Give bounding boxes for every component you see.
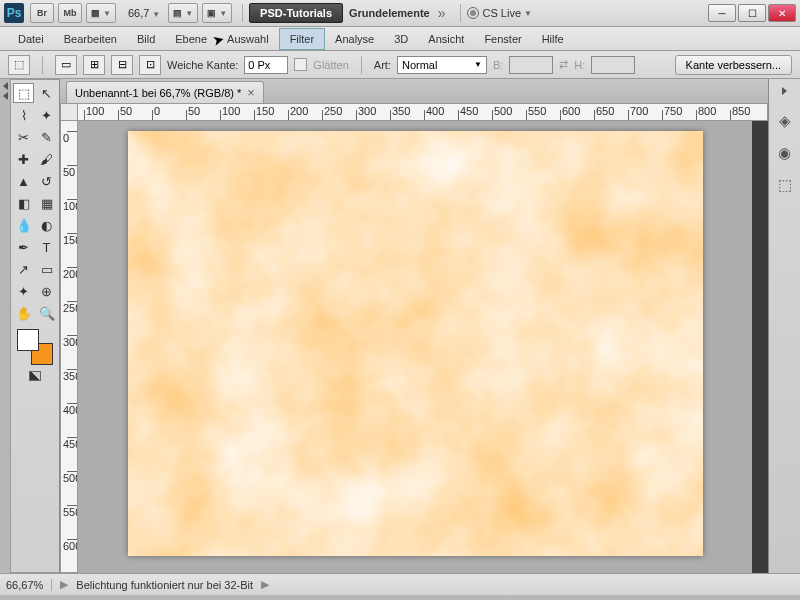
selection-intersect-icon[interactable]: ⊡: [139, 55, 161, 75]
width-input: [509, 56, 553, 74]
close-button[interactable]: ✕: [768, 4, 796, 22]
width-label: B:: [493, 59, 503, 71]
menu-hilfe[interactable]: Hilfe: [532, 29, 574, 49]
document-tab-title: Unbenannt-1 bei 66,7% (RGB/8) *: [75, 87, 241, 99]
document-tab[interactable]: Unbenannt-1 bei 66,7% (RGB/8) * ×: [66, 81, 264, 103]
status-bar: 66,67% ▶ Belichtung funktioniert nur bei…: [0, 573, 800, 595]
menu-filter[interactable]: Filter: [279, 28, 325, 50]
feather-label: Weiche Kante:: [167, 59, 238, 71]
color-swatches[interactable]: [17, 329, 53, 365]
svg-rect-1: [128, 131, 703, 556]
height-input: [591, 56, 635, 74]
menu-3d[interactable]: 3D: [384, 29, 418, 49]
zoom-level-display[interactable]: 66,7▼: [128, 7, 160, 19]
selection-subtract-icon[interactable]: ⊟: [111, 55, 133, 75]
magic-wand-tool-icon[interactable]: ✦: [36, 105, 57, 125]
status-message: Belichtung funktioniert nur bei 32-Bit: [76, 579, 253, 591]
lasso-tool-icon[interactable]: ⌇: [13, 105, 34, 125]
marquee-tool-preset-icon[interactable]: ⬚: [8, 55, 30, 75]
dodge-tool-icon[interactable]: ◐: [36, 215, 57, 235]
pen-tool-icon[interactable]: ✒: [13, 237, 34, 257]
zoom-tool-icon[interactable]: 🔍: [36, 303, 57, 323]
canvas[interactable]: [128, 131, 703, 556]
shape-tool-icon[interactable]: ▭: [36, 259, 57, 279]
left-gutter[interactable]: [0, 79, 10, 573]
status-menu-icon[interactable]: ▶: [60, 578, 68, 591]
feather-input[interactable]: [244, 56, 288, 74]
canvas-viewport[interactable]: [78, 121, 752, 573]
bridge-button[interactable]: Br: [30, 3, 54, 23]
options-bar: ⬚ ▭ ⊞ ⊟ ⊡ Weiche Kante: Glätten Art: Nor…: [0, 51, 800, 79]
main-area: ⬚↖ ⌇✦ ✂✎ ✚🖌 ▲↺ ◧▦ 💧◐ ✒T ↗▭ ✦⊕ ✋🔍 Unbenan…: [0, 79, 800, 573]
psd-tutorials-button[interactable]: PSD-Tutorials: [249, 3, 343, 23]
menu-fenster[interactable]: Fenster: [474, 29, 531, 49]
menu-ebene[interactable]: Ebene: [165, 29, 217, 49]
path-select-tool-icon[interactable]: ↗: [13, 259, 34, 279]
height-label: H:: [574, 59, 585, 71]
horizontal-ruler[interactable]: 1005005010015020025030035040045050055060…: [78, 103, 768, 121]
menu-bild[interactable]: Bild: [127, 29, 165, 49]
brush-tool-icon[interactable]: 🖌: [36, 149, 57, 169]
channels-panel-icon[interactable]: ◉: [775, 143, 795, 163]
menu-bar: Datei Bearbeiten Bild Ebene Auswahl Filt…: [0, 27, 800, 51]
vertical-scrollbar[interactable]: [752, 121, 768, 573]
refine-edge-button[interactable]: Kante verbessern...: [675, 55, 792, 75]
cslive-button[interactable]: CS Live ▼: [467, 7, 532, 19]
maximize-button[interactable]: ☐: [738, 4, 766, 22]
panel-collapse-icon[interactable]: [782, 87, 787, 95]
vertical-ruler[interactable]: 050100150200250300350400450500550600: [60, 121, 78, 573]
history-brush-tool-icon[interactable]: ↺: [36, 171, 57, 191]
menu-auswahl[interactable]: Auswahl: [217, 29, 279, 49]
antialias-checkbox: [294, 58, 307, 71]
document-tab-close-icon[interactable]: ×: [247, 85, 255, 100]
style-select[interactable]: Normal▼: [397, 56, 487, 74]
toolbox: ⬚↖ ⌇✦ ✂✎ ✚🖌 ▲↺ ◧▦ 💧◐ ✒T ↗▭ ✦⊕ ✋🔍: [10, 79, 60, 573]
healing-tool-icon[interactable]: ✚: [13, 149, 34, 169]
workspace-label[interactable]: Grundelemente: [349, 7, 430, 19]
layers-panel-icon[interactable]: ◈: [775, 111, 795, 131]
crop-tool-icon[interactable]: ✂: [13, 127, 34, 147]
ruler-origin[interactable]: [60, 103, 78, 121]
photoshop-logo-icon: Ps: [4, 3, 24, 23]
view-extras-button[interactable]: ▣▼: [202, 3, 232, 23]
paths-panel-icon[interactable]: ⬚: [775, 175, 795, 195]
foreground-color-swatch[interactable]: [17, 329, 39, 351]
move-tool-icon[interactable]: ↖: [36, 83, 57, 103]
eraser-tool-icon[interactable]: ◧: [13, 193, 34, 213]
minimize-button[interactable]: ─: [708, 4, 736, 22]
status-zoom[interactable]: 66,67%: [6, 579, 52, 591]
title-bar: Ps Br Mb ▦▼ 66,7▼ ▤▼ ▣▼ PSD-Tutorials Gr…: [0, 0, 800, 27]
selection-new-icon[interactable]: ▭: [55, 55, 77, 75]
eyedropper-tool-icon[interactable]: ✎: [36, 127, 57, 147]
blur-tool-icon[interactable]: 💧: [13, 215, 34, 235]
document-tab-bar: Unbenannt-1 bei 66,7% (RGB/8) * ×: [60, 79, 768, 103]
menu-ansicht[interactable]: Ansicht: [418, 29, 474, 49]
antialias-label: Glätten: [313, 59, 348, 71]
3d-tool-icon[interactable]: ✦: [13, 281, 34, 301]
screen-mode-button[interactable]: ▦▼: [86, 3, 116, 23]
arrange-docs-button[interactable]: ▤▼: [168, 3, 198, 23]
workspace-more-icon[interactable]: »: [438, 5, 446, 21]
style-label: Art:: [374, 59, 391, 71]
type-tool-icon[interactable]: T: [36, 237, 57, 257]
marquee-tool-icon[interactable]: ⬚: [13, 83, 34, 103]
swap-wh-icon: ⇄: [559, 58, 568, 71]
3d-camera-tool-icon[interactable]: ⊕: [36, 281, 57, 301]
minibridge-button[interactable]: Mb: [58, 3, 82, 23]
menu-bearbeiten[interactable]: Bearbeiten: [54, 29, 127, 49]
stamp-tool-icon[interactable]: ▲: [13, 171, 34, 191]
selection-add-icon[interactable]: ⊞: [83, 55, 105, 75]
menu-datei[interactable]: Datei: [8, 29, 54, 49]
document-area: Unbenannt-1 bei 66,7% (RGB/8) * × 100500…: [60, 79, 768, 573]
hand-tool-icon[interactable]: ✋: [13, 303, 34, 323]
cslive-status-icon: [467, 7, 479, 19]
gradient-tool-icon[interactable]: ▦: [36, 193, 57, 213]
status-next-icon[interactable]: ▶: [261, 578, 269, 591]
menu-analyse[interactable]: Analyse: [325, 29, 384, 49]
quickmask-toggle-icon[interactable]: [29, 371, 41, 381]
right-panel-dock: ◈ ◉ ⬚: [768, 79, 800, 573]
